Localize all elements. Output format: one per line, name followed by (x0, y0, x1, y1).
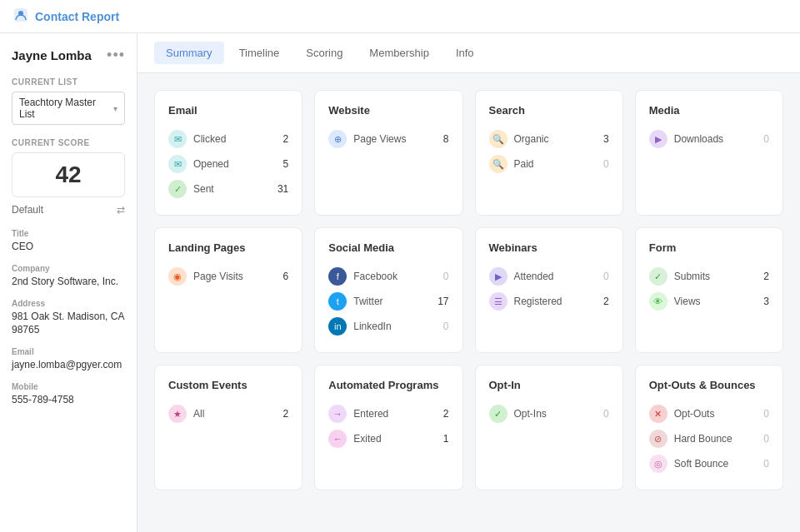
card-row: ←Exited1 (328, 426, 448, 451)
card-title: Landing Pages (168, 241, 288, 254)
card-row-label: Entered (353, 408, 428, 420)
score-value: 42 (21, 162, 116, 188)
card-row-icon: ★ (168, 405, 187, 423)
card-row-icon: 🔍 (489, 130, 508, 148)
card-row-icon: ◎ (649, 455, 668, 473)
card-row: 🔍Paid0 (489, 152, 609, 177)
card-row: tTwitter17 (328, 289, 448, 314)
info-value: 981 Oak St. Madison, CA 98765 (12, 310, 125, 338)
card-row-value: 2 (275, 408, 288, 420)
card-row: ✉Opened5 (168, 152, 288, 177)
card-title: Webinars (489, 241, 609, 254)
card-row-label: Submits (674, 271, 749, 282)
card-row: ⊘Hard Bounce0 (649, 426, 769, 451)
card-row-value: 2 (596, 296, 609, 307)
tab-scoring[interactable]: Scoring (294, 42, 354, 64)
current-list-dropdown[interactable]: Teachtory Master List ▾ (12, 92, 125, 125)
card-row-value: 0 (596, 408, 609, 420)
card-row-value: 0 (436, 271, 449, 282)
card-row-icon: in (328, 317, 347, 336)
card-row-value: 2 (436, 408, 449, 420)
info-item: Mobile 555-789-4758 (12, 382, 125, 407)
card-row-value: 3 (596, 133, 609, 145)
card-row-value: 8 (436, 133, 449, 145)
info-label: Title (12, 229, 125, 238)
card-row-icon: ← (328, 430, 347, 448)
card-title: Search (489, 104, 609, 117)
card-row-value: 2 (756, 271, 769, 282)
card-row-label: Sent (193, 183, 268, 195)
card-row-icon: ▶ (489, 267, 508, 286)
card-title: Media (649, 104, 769, 117)
card-row-icon: t (328, 292, 347, 311)
card-row-label: Hard Bounce (674, 433, 749, 445)
tab-membership[interactable]: Membership (358, 42, 441, 64)
card-row-icon: ☰ (489, 292, 508, 311)
card-row-icon: 👁 (649, 292, 668, 311)
tabs-bar: SummaryTimelineScoringMembershipInfo (138, 33, 800, 73)
card-row: ◎Soft Bounce0 (649, 451, 769, 476)
card-row-value: 6 (275, 271, 288, 282)
card-row-label: Opt-Ins (514, 408, 589, 420)
card-row-icon: f (328, 267, 347, 286)
dots-menu-button[interactable]: ••• (107, 47, 125, 64)
score-swap-icon[interactable]: ⇄ (117, 204, 125, 216)
card-row: ✓Sent31 (168, 177, 288, 201)
card-row: →Entered2 (328, 401, 448, 426)
card-row-label: Registered (514, 296, 589, 307)
card-row: ☰Registered2 (489, 289, 609, 314)
card-row: ★All2 (168, 401, 288, 426)
card-row: fFacebook0 (328, 264, 448, 289)
card-row: ✉Clicked2 (168, 127, 288, 152)
card-row-icon: ◉ (168, 267, 187, 286)
card-custom-events: Custom Events★All2 (154, 365, 302, 490)
card-row-label: Opt-Outs (674, 408, 749, 420)
card-row-value: 0 (596, 158, 609, 170)
card-row-value: 0 (756, 133, 769, 145)
info-value: 555-789-4758 (12, 393, 125, 407)
card-row: ✕Opt-Outs0 (649, 401, 769, 426)
card-website: Website⊕Page Views8 (314, 90, 462, 216)
main-content: SummaryTimelineScoringMembershipInfo Ema… (138, 33, 800, 532)
card-row-label: Organic (514, 133, 589, 145)
card-webinars: Webinars▶Attended0☰Registered2 (475, 227, 623, 353)
card-row-icon: ▶ (649, 130, 668, 148)
card-row-label: LinkedIn (353, 321, 428, 332)
info-value: jayne.lomba@pgyer.com (12, 358, 125, 372)
info-item: Address 981 Oak St. Madison, CA 98765 (12, 299, 125, 338)
contact-name: Jayne Lomba (12, 48, 92, 62)
tab-timeline[interactable]: Timeline (228, 42, 292, 64)
card-row-value: 0 (756, 408, 769, 420)
card-row-icon: ⊕ (328, 130, 347, 148)
card-search: Search🔍Organic3🔍Paid0 (475, 90, 623, 216)
card-automated-programs: Automated Programs→Entered2←Exited1 (314, 365, 462, 490)
info-value: 2nd Story Software, Inc. (12, 275, 125, 289)
card-row-value: 3 (756, 296, 769, 307)
sidebar: Jayne Lomba ••• CURRENT LIST Teachtory M… (0, 33, 138, 532)
card-row-label: Clicked (193, 133, 268, 145)
info-label: Email (12, 347, 125, 356)
card-row: ⊕Page Views8 (328, 127, 448, 152)
score-default-label: Default (12, 204, 43, 216)
info-item: Title CEO (12, 229, 125, 254)
tab-info[interactable]: Info (444, 42, 486, 64)
current-list-label: CURRENT LIST (12, 77, 125, 87)
card-row-value: 31 (275, 183, 288, 195)
card-opt-in: Opt-In✓Opt-Ins0 (475, 365, 623, 490)
top-bar-title: Contact Report (35, 10, 119, 23)
score-box: 42 (12, 152, 125, 197)
tab-summary[interactable]: Summary (154, 42, 224, 64)
card-social-media: Social MediafFacebook0tTwitter17inLinked… (314, 227, 462, 353)
card-row-icon: → (328, 405, 347, 423)
card-row: ▶Attended0 (489, 264, 609, 289)
card-row: 🔍Organic3 (489, 127, 609, 152)
card-row-value: 17 (436, 296, 449, 307)
card-form: Form✓Submits2👁Views3 (635, 227, 783, 353)
card-row-icon: 🔍 (489, 155, 508, 173)
card-title: Custom Events (168, 379, 288, 391)
info-value: CEO (12, 240, 125, 254)
card-row-value: 2 (275, 133, 288, 145)
card-email: Email✉Clicked2✉Opened5✓Sent31 (154, 90, 302, 216)
card-row-value: 0 (436, 321, 449, 332)
card-row-label: Downloads (674, 133, 749, 145)
